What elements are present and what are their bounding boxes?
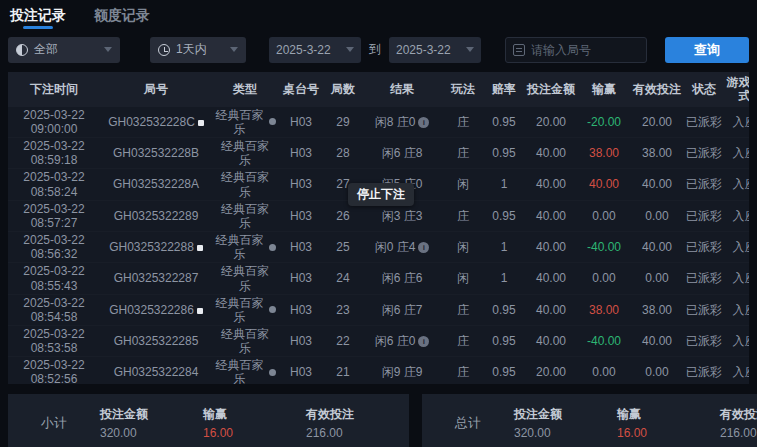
game-mode-cell: 入座: [724, 294, 749, 325]
table-body: 2025-03-2209:00:00GH032532228C经典百家乐H0329…: [8, 107, 749, 384]
video-marker-icon[interactable]: [197, 308, 203, 314]
table-row[interactable]: 2025-03-2208:56:32GH0325322288经典百家乐H0325…: [8, 232, 749, 263]
column-header: 局号: [100, 72, 212, 107]
play-type-cell: 庄: [442, 200, 484, 231]
column-header: 游戏模式: [724, 72, 749, 107]
query-button[interactable]: 查询: [665, 37, 749, 63]
table-row[interactable]: 2025-03-2209:00:00GH032532228C经典百家乐H0329…: [8, 107, 749, 138]
table-row[interactable]: 2025-03-2208:55:43GH0325322287经典百家乐H0324…: [8, 263, 749, 294]
game-mode-cell: 入座: [724, 107, 749, 138]
info-icon[interactable]: [418, 117, 429, 128]
round-number-icon: [513, 44, 525, 56]
play-type-cell: 闲: [442, 232, 484, 263]
game-type-cell: 经典百家乐: [212, 232, 278, 263]
play-type-cell: 庄: [442, 357, 484, 384]
subtotal-win-value: 16.00: [203, 426, 306, 440]
status-cell: 已派彩: [684, 325, 724, 356]
replay-dot-icon[interactable]: [269, 244, 276, 251]
bet-amount-cell: 40.00: [524, 325, 578, 356]
time-range-dropdown[interactable]: 1天内: [150, 37, 246, 63]
round-no-cell: 23: [324, 294, 362, 325]
win-loss-cell: -40.00: [578, 325, 630, 356]
bet-amount-cell: 40.00: [524, 232, 578, 263]
round-id-cell: GH0325322288: [100, 232, 212, 263]
table-row[interactable]: 2025-03-2208:53:58GH0325322285经典百家乐H0322…: [8, 325, 749, 356]
replay-dot-icon[interactable]: [269, 369, 276, 376]
odds-cell: 0.95: [484, 325, 524, 356]
result-cell: 闲6 庄8: [362, 138, 442, 169]
odds-cell: 1: [484, 169, 524, 200]
bet-amount-cell: 40.00: [524, 263, 578, 294]
result-cell: 闲6 庄0: [362, 325, 442, 356]
info-icon[interactable]: [418, 336, 429, 347]
column-header: 赔率: [484, 72, 524, 107]
bet-time-cell: 2025-03-2208:54:58: [8, 294, 100, 325]
table-no-cell: H03: [278, 325, 324, 356]
date-to-value: 2025-3-22: [396, 43, 451, 57]
table-row[interactable]: 2025-03-2208:54:58GH0325322286经典百家乐H0323…: [8, 294, 749, 325]
caret-down-icon: [230, 47, 238, 52]
play-type-cell: 闲: [442, 169, 484, 200]
round-id-cell: GH032532228A: [100, 169, 212, 200]
result-cell: 闲8 庄0: [362, 107, 442, 138]
subtotal-valid-value: 216.00: [306, 426, 409, 440]
video-marker-icon[interactable]: [197, 245, 203, 251]
table-no-cell: H03: [278, 169, 324, 200]
column-header: 结果: [362, 72, 442, 107]
table-row[interactable]: 2025-03-2208:59:18GH032532228B经典百家乐H0328…: [8, 138, 749, 169]
status-cell: 已派彩: [684, 232, 724, 263]
odds-cell: 0.95: [484, 357, 524, 384]
game-type-cell: 经典百家乐: [212, 263, 278, 294]
column-header: 桌台号: [278, 72, 324, 107]
game-type-cell: 经典百家乐: [212, 169, 278, 200]
column-header: 局数: [324, 72, 362, 107]
valid-bet-cell: 20.00: [630, 107, 684, 138]
column-header: 下注时间: [8, 72, 100, 107]
replay-dot-icon[interactable]: [269, 306, 276, 313]
valid-bet-cell: 0.00: [630, 200, 684, 231]
play-type-cell: 闲: [442, 263, 484, 294]
column-header: 玩法: [442, 72, 484, 107]
result-cell: 闲6 庄6: [362, 263, 442, 294]
valid-bet-cell: 38.00: [630, 138, 684, 169]
round-search-box[interactable]: [505, 37, 647, 63]
bet-type-dropdown[interactable]: 全部: [8, 37, 120, 63]
table-no-cell: H03: [278, 263, 324, 294]
bet-time-cell: 2025-03-2208:53:58: [8, 325, 100, 356]
total-bet-label: 投注金额: [514, 406, 617, 423]
video-marker-icon[interactable]: [198, 120, 204, 126]
win-loss-cell: 38.00: [578, 294, 630, 325]
total-valid-label: 有效投注: [720, 406, 757, 423]
replay-dot-icon[interactable]: [269, 118, 276, 125]
date-to-picker[interactable]: 2025-3-22: [389, 37, 481, 63]
stop-betting-tooltip: 停止下注: [348, 183, 414, 206]
clock-icon: [158, 44, 170, 56]
tab-quota-records[interactable]: 额度记录: [94, 7, 150, 30]
win-loss-cell: 40.00: [578, 169, 630, 200]
info-icon[interactable]: [418, 242, 429, 253]
valid-bet-cell: 40.00: [630, 232, 684, 263]
to-label: 到: [369, 41, 381, 58]
play-type-cell: 庄: [442, 294, 484, 325]
tab-bet-records[interactable]: 投注记录: [10, 7, 66, 30]
bet-amount-cell: 40.00: [524, 169, 578, 200]
column-header: 有效投注: [630, 72, 684, 107]
round-search-input[interactable]: [531, 43, 639, 57]
column-header: 输赢: [578, 72, 630, 107]
table-no-cell: H03: [278, 138, 324, 169]
bet-time-cell: 2025-03-2208:56:32: [8, 232, 100, 263]
total-win-value: 16.00: [617, 426, 720, 440]
round-id-cell: GH0325322287: [100, 263, 212, 294]
table-row[interactable]: 2025-03-2208:52:56GH0325322284经典百家乐H0321…: [8, 357, 749, 384]
column-header: 状态: [684, 72, 724, 107]
round-id-cell: GH032532228B: [100, 138, 212, 169]
odds-cell: 1: [484, 232, 524, 263]
bet-time-cell: 2025-03-2208:55:43: [8, 263, 100, 294]
game-mode-cell: 入座: [724, 263, 749, 294]
table-no-cell: H03: [278, 232, 324, 263]
round-no-cell: 21: [324, 357, 362, 384]
game-mode-cell: 入座: [724, 232, 749, 263]
bet-amount-cell: 40.00: [524, 138, 578, 169]
date-from-picker[interactable]: 2025-3-22: [269, 37, 361, 63]
subtotal-bet-label: 投注金额: [100, 406, 203, 423]
